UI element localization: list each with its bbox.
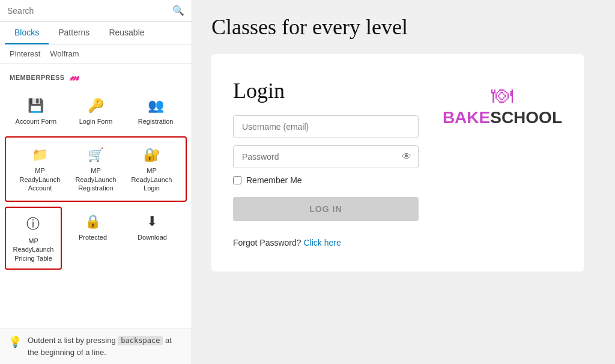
forgot-password-link[interactable]: Forgot Password? Click here [233,238,419,247]
account-form-icon: 💾 [28,98,44,114]
sub-tab-wolfram[interactable]: Wolfram [50,49,79,58]
page-title: Classes for every level [211,14,596,40]
remember-row: Remember Me [233,175,419,185]
sub-tab-pinterest[interactable]: Pinterest [10,49,40,58]
hint-code: backspace [118,336,163,345]
tabs-row: Blocks Patterns Reusable [0,22,192,44]
search-input[interactable] [7,6,168,16]
tab-patterns[interactable]: Patterns [49,22,99,44]
block-mp-registration[interactable]: 🛒 MP ReadyLaunch Registration [69,140,123,198]
password-input[interactable] [233,145,419,168]
brand-logo: 🍽 BAKESCHOOL [443,83,562,127]
download-label: Download [138,233,167,241]
block-download[interactable]: ⬇ Download [124,207,181,247]
mp-account-label: MP ReadyLaunch Account [17,166,63,192]
protected-label: Protected [79,233,107,241]
mp-registration-label: MP ReadyLaunch Registration [73,166,119,192]
block-mp-account[interactable]: 📁 MP ReadyLaunch Account [13,140,67,198]
hint-bar: 💡 Outdent a list by pressing backspace a… [0,328,192,364]
block-login-form[interactable]: 🔑 Login Form [67,91,125,132]
download-icon: ⬇ [147,214,157,229]
login-form-section: Login 👁 Remember Me LOG IN Forgot Passwo… [233,78,419,247]
remember-checkbox[interactable] [233,176,241,184]
memberpress-label: MEMBERPRESS [10,74,65,81]
username-input[interactable] [233,115,419,138]
tab-blocks[interactable]: Blocks [5,22,49,44]
tab-reusable[interactable]: Reusable [99,22,154,44]
block-protected[interactable]: 🔒 Protected [64,207,121,247]
hint-text: Outdent a list by pressing backspace at … [28,335,183,358]
protected-icon: 🔒 [85,214,101,229]
mp-login-label: MP ReadyLaunch Login [129,166,175,192]
blocks-grid-row1: 💾 Account Form 🔑 Login Form 👥 Registrati… [0,86,192,136]
left-panel: 🔍 Blocks Patterns Reusable Pinterest Wol… [0,0,192,364]
login-button[interactable]: LOG IN [233,197,419,221]
registration-icon: 👥 [148,98,164,114]
login-heading: Login [233,78,419,103]
sub-tabs-row: Pinterest Wolfram [0,44,192,64]
forgot-link-anchor[interactable]: Click here [304,238,341,247]
registration-label: Registration [138,117,174,126]
mp-registration-icon: 🛒 [88,147,104,163]
brand-school: SCHOOL [490,108,562,127]
section-label: MEMBERPRESS 𝓂 [0,64,192,86]
block-registration[interactable]: 👥 Registration [127,91,184,132]
search-icon: 🔍 [172,5,184,16]
right-panel: Classes for every level Login 👁 Remember… [192,0,615,364]
search-bar: 🔍 [0,0,192,22]
block-mp-login[interactable]: 🔐 MP ReadyLaunch Login [125,140,178,198]
mp-login-icon: 🔐 [144,147,160,163]
blocks-grid-outlined-row2: 📁 MP ReadyLaunch Account 🛒 MP ReadyLaunc… [5,136,187,202]
hint-icon: 💡 [8,335,22,348]
account-form-label: Account Form [16,117,56,126]
chef-hat-icon: 🍽 [491,83,513,108]
mp-pricing-icon: ⓘ [26,215,40,233]
login-inner: Login 👁 Remember Me LOG IN Forgot Passwo… [233,78,562,247]
show-password-icon[interactable]: 👁 [402,151,411,162]
memberpress-logo: 𝓂 [70,71,79,83]
login-form-icon: 🔑 [88,98,104,114]
block-mp-pricing-table[interactable]: ⓘ MP ReadyLaunch Pricing Table [6,208,61,268]
brand-bake: BAKE [443,108,490,127]
login-card: Login 👁 Remember Me LOG IN Forgot Passwo… [211,54,584,271]
remember-label: Remember Me [246,175,302,185]
mp-pricing-label: MP ReadyLaunch Pricing Table [10,237,57,262]
password-wrap: 👁 [233,145,419,168]
mp-account-icon: 📁 [32,147,48,163]
block-account-form[interactable]: 💾 Account Form [7,91,65,132]
login-form-label: Login Form [79,117,113,126]
